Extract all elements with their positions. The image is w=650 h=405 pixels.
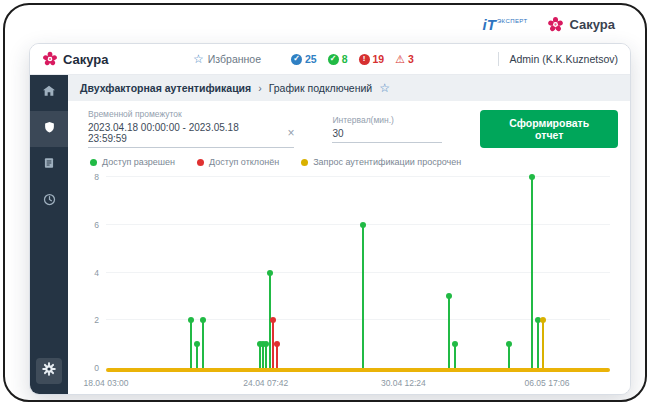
gear-icon bbox=[41, 361, 57, 381]
legend-item: Доступ отклонён bbox=[197, 157, 279, 167]
content-area: Двухфакторная аутентификация › График по… bbox=[68, 75, 630, 394]
stem-dot-icon bbox=[446, 293, 452, 299]
legend-label: Запрос аутентификации просрочен bbox=[313, 157, 461, 167]
app-header: Сакура ☆ Избранное ✓25✓8!19⚠3 Admin (K.K… bbox=[30, 44, 630, 75]
chart-baseline bbox=[106, 368, 610, 372]
stem-dot-icon bbox=[540, 317, 546, 323]
status-badge[interactable]: ✓8 bbox=[328, 53, 348, 65]
breadcrumb-section[interactable]: Двухфакторная аутентификация bbox=[80, 82, 251, 94]
interval-value[interactable]: 30 bbox=[332, 128, 343, 139]
stem-dot-icon bbox=[267, 270, 273, 276]
chart-stem[interactable] bbox=[542, 320, 544, 368]
chart-stem[interactable] bbox=[190, 320, 192, 368]
legend-item: Запрос аутентификации просрочен bbox=[301, 157, 461, 167]
generate-report-button[interactable]: Сформировать отчет bbox=[480, 110, 618, 148]
y-axis-label: 6 bbox=[94, 220, 99, 230]
sakura-logo-text: Сакура bbox=[569, 17, 615, 32]
status-badge[interactable]: ⚠3 bbox=[395, 53, 414, 65]
chart-stem[interactable] bbox=[537, 320, 539, 368]
chart-stem[interactable] bbox=[508, 344, 510, 368]
window-body: Двухфакторная аутентификация › График по… bbox=[30, 75, 630, 394]
legend-dot-icon bbox=[90, 159, 97, 166]
filters-bar: Временной промежуток 2023.04.18 00:00:00… bbox=[80, 109, 618, 148]
chart-stem[interactable] bbox=[262, 344, 264, 368]
status-badges: ✓25✓8!19⚠3 bbox=[291, 53, 414, 65]
chart-stem[interactable] bbox=[259, 344, 261, 368]
y-axis-label: 8 bbox=[94, 172, 99, 182]
chart-stem[interactable] bbox=[202, 320, 204, 368]
check-circle-icon: ✓ bbox=[291, 54, 302, 65]
favorites-link[interactable]: ☆ Избранное bbox=[193, 53, 261, 65]
stem-dot-icon bbox=[194, 341, 200, 347]
check-circle-icon: ✓ bbox=[328, 54, 339, 65]
sidebar-item-home[interactable] bbox=[30, 75, 68, 111]
badge-count: 25 bbox=[305, 53, 317, 65]
interval-field[interactable]: Интервал(мин.) 30 bbox=[332, 115, 442, 143]
stem-dot-icon bbox=[506, 341, 512, 347]
stem-dot-icon bbox=[529, 174, 535, 180]
it-expert-logo: iT ЭКСПЕРТ bbox=[483, 17, 528, 32]
chart-stem[interactable] bbox=[454, 344, 456, 368]
brand-flower-icon bbox=[42, 51, 58, 67]
sidebar-item-security[interactable] bbox=[30, 111, 68, 147]
badge-count: 8 bbox=[342, 53, 348, 65]
status-badge[interactable]: !19 bbox=[359, 53, 385, 65]
chart-stem[interactable] bbox=[362, 225, 364, 368]
time-range-value[interactable]: 2023.04.18 00:00:00 - 2023.05.18 23:59:5… bbox=[88, 122, 277, 144]
sidebar-item-journal[interactable] bbox=[30, 147, 68, 183]
sakura-flower-icon bbox=[547, 16, 564, 33]
shield-icon bbox=[42, 120, 57, 139]
breadcrumb: Двухфакторная аутентификация › График по… bbox=[68, 75, 630, 101]
clear-icon[interactable]: × bbox=[287, 127, 294, 139]
warning-triangle-icon: ⚠ bbox=[395, 54, 405, 65]
breadcrumb-current: График подключений bbox=[269, 82, 373, 94]
sakura-logo: Сакура bbox=[547, 16, 615, 33]
time-range-field[interactable]: Временной промежуток 2023.04.18 00:00:00… bbox=[88, 109, 294, 148]
y-axis-label: 4 bbox=[94, 268, 99, 278]
main-panel: Временной промежуток 2023.04.18 00:00:00… bbox=[68, 101, 630, 394]
brand-text: Сакура bbox=[63, 52, 109, 67]
star-icon: ☆ bbox=[193, 53, 204, 65]
favorites-label: Избранное bbox=[208, 53, 261, 65]
status-badge[interactable]: ✓25 bbox=[291, 53, 317, 65]
chevron-right-icon: › bbox=[258, 82, 262, 94]
legend-item: Доступ разрешен bbox=[90, 157, 175, 167]
sidebar bbox=[30, 75, 68, 394]
sidebar-item-history[interactable] bbox=[30, 183, 68, 219]
chart-stem[interactable] bbox=[531, 177, 533, 368]
header-divider bbox=[498, 52, 499, 66]
y-axis-label: 0 bbox=[94, 363, 99, 373]
sidebar-item-settings[interactable] bbox=[36, 358, 62, 384]
home-icon bbox=[41, 83, 57, 103]
stem-dot-icon bbox=[188, 317, 194, 323]
stem-dot-icon bbox=[452, 341, 458, 347]
badge-count: 3 bbox=[408, 53, 414, 65]
chart-stem[interactable] bbox=[276, 344, 278, 368]
legend-dot-icon bbox=[301, 159, 308, 166]
chart-legend: Доступ разрешенДоступ отклонёнЗапрос аут… bbox=[90, 157, 618, 167]
legend-label: Доступ разрешен bbox=[102, 157, 175, 167]
gridline bbox=[106, 272, 610, 273]
legend-dot-icon bbox=[197, 159, 204, 166]
y-axis-label: 2 bbox=[94, 315, 99, 325]
top-logos: iT ЭКСПЕРТ Сакура bbox=[483, 16, 615, 33]
header-middle: ☆ Избранное ✓25✓8!19⚠3 bbox=[109, 53, 499, 65]
chart-plot[interactable] bbox=[106, 169, 610, 372]
stem-dot-icon bbox=[274, 341, 280, 347]
stem-dot-icon bbox=[270, 317, 276, 323]
app-window: Сакура ☆ Избранное ✓25✓8!19⚠3 Admin (K.K… bbox=[29, 43, 631, 395]
app-brand[interactable]: Сакура bbox=[42, 51, 109, 67]
connections-chart: 02468 18.04 03:0024.04 07:4230.04 12:240… bbox=[80, 169, 618, 390]
legend-label: Доступ отклонён bbox=[209, 157, 279, 167]
favorite-star-icon[interactable]: ☆ bbox=[379, 81, 390, 95]
user-menu[interactable]: Admin (K.K.Kuznetsov) bbox=[509, 53, 618, 65]
chart-stem[interactable] bbox=[265, 344, 267, 368]
chart-stem[interactable] bbox=[448, 296, 450, 368]
chart-stem[interactable] bbox=[196, 344, 198, 368]
x-axis-label: 06.05 17:06 bbox=[525, 378, 570, 388]
time-range-label: Временной промежуток bbox=[88, 109, 294, 119]
badge-count: 19 bbox=[373, 53, 385, 65]
chart-y-axis: 02468 bbox=[80, 169, 104, 372]
stem-dot-icon bbox=[200, 317, 206, 323]
user-area: Admin (K.K.Kuznetsov) bbox=[498, 52, 618, 66]
